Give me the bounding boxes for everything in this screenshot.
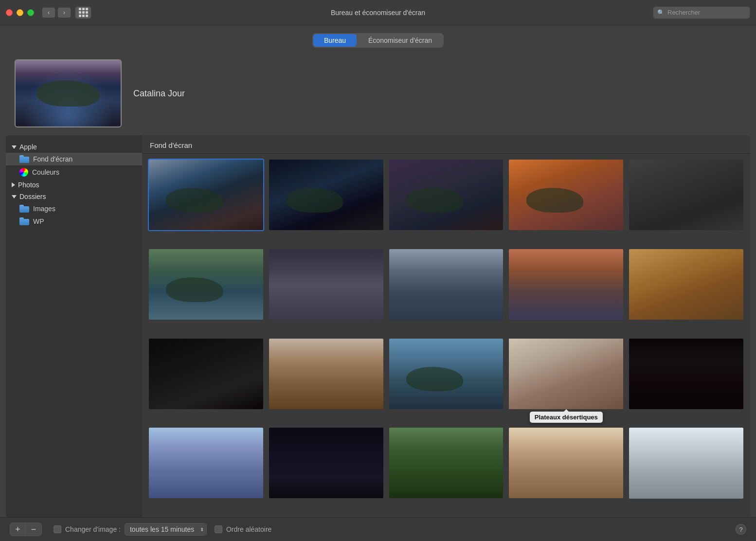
- sidebar-images-label: Images: [33, 205, 55, 213]
- tabs-container: Bureau Économiseur d'écran: [312, 33, 444, 48]
- sidebar-apple-label: Apple: [19, 143, 37, 151]
- wallpaper-image-rock-texture: [629, 160, 743, 230]
- tab-screensaver[interactable]: Économiseur d'écran: [358, 34, 443, 47]
- search-icon: 🔍: [657, 9, 665, 16]
- content-area: Apple Fond d'écran Couleurs Photos Dossi…: [0, 135, 756, 517]
- wallpaper-thumb-desert-plateau[interactable]: Plateaux désertiques: [508, 338, 624, 410]
- wallpaper-thumb-catalina-day[interactable]: [148, 159, 264, 231]
- add-button[interactable]: +: [10, 523, 26, 536]
- tooltip-desert-plateau: Plateaux désertiques: [530, 412, 603, 423]
- wallpaper-image-sunset-clouds: [509, 249, 623, 320]
- wallpaper-thumb-catalina-dusk[interactable]: [388, 159, 504, 231]
- sidebar-dossiers-label: Dossiers: [19, 193, 46, 200]
- sidebar-fond-ecran-label: Fond d'écran: [33, 155, 72, 163]
- tab-bureau[interactable]: Bureau: [313, 34, 357, 47]
- chevron-down-icon-2: [12, 195, 17, 198]
- preview-image: [16, 60, 121, 126]
- grid-view-button[interactable]: [75, 6, 91, 19]
- random-order-group: Ordre aléatoire: [215, 525, 271, 533]
- sidebar-group-apple[interactable]: Apple: [6, 141, 142, 153]
- interval-dropdown-wrapper: toutes les 15 minutes ⬍: [125, 523, 207, 536]
- wallpaper-thumb-sand-dunes[interactable]: [628, 248, 744, 321]
- search-bar[interactable]: 🔍 Rechercher: [653, 6, 750, 19]
- change-image-checkbox[interactable]: [54, 525, 61, 533]
- sidebar-couleurs-label: Couleurs: [32, 168, 59, 176]
- window-title: Bureau et économiseur d'écran: [331, 9, 425, 17]
- chevron-right-icon: [12, 182, 15, 187]
- wallpaper-image-city-night: [629, 339, 743, 409]
- forward-button[interactable]: ›: [57, 7, 71, 18]
- sidebar-item-couleurs[interactable]: Couleurs: [6, 165, 142, 179]
- wallpaper-thumb-snow-peak[interactable]: [628, 427, 744, 499]
- sidebar-item-wp[interactable]: WP: [6, 215, 142, 228]
- sidebar: Apple Fond d'écran Couleurs Photos Dossi…: [6, 135, 142, 517]
- preview-section: Catalina Jour: [0, 54, 756, 135]
- wallpaper-image-sand-dunes: [629, 249, 743, 320]
- wallpaper-image-trees: [389, 428, 504, 498]
- preview-name: Catalina Jour: [133, 89, 185, 99]
- back-button[interactable]: ‹: [42, 7, 55, 18]
- wallpaper-image-catalina-night: [269, 160, 383, 230]
- colors-icon: [19, 168, 28, 177]
- wallpaper-image-storm: [269, 249, 383, 320]
- folder-icon-wp: [19, 217, 29, 225]
- nav-buttons: ‹ ›: [42, 7, 71, 18]
- folder-icon-images: [19, 205, 29, 213]
- interval-dropdown[interactable]: toutes les 15 minutes: [125, 523, 207, 536]
- wallpaper-image-catalina-orange: [509, 160, 623, 230]
- random-order-label: Ordre aléatoire: [226, 525, 271, 533]
- wallpaper-thumb-light-sand[interactable]: [508, 427, 624, 499]
- wallpaper-image-ocean-clouds: [389, 249, 504, 320]
- change-image-group: Changer d'image : toutes les 15 minutes …: [54, 523, 207, 536]
- close-button[interactable]: [6, 9, 13, 16]
- wallpaper-thumb-catalina-night[interactable]: [268, 159, 384, 231]
- wallpaper-thumb-light-blue[interactable]: [148, 427, 264, 499]
- main-window: Bureau Économiseur d'écran Catalina Jour…: [0, 25, 756, 541]
- tabs-bar: Bureau Économiseur d'écran: [0, 25, 756, 54]
- bottom-bar: + − Changer d'image : toutes les 15 minu…: [0, 517, 756, 541]
- wallpaper-thumb-ocean-clouds[interactable]: [388, 248, 504, 321]
- traffic-lights: [6, 9, 34, 16]
- wallpaper-thumb-sunset-clouds[interactable]: [508, 248, 624, 321]
- wallpaper-thumb-coastal[interactable]: [148, 248, 264, 321]
- wallpaper-image-coastal: [149, 249, 263, 320]
- minimize-button[interactable]: [17, 9, 23, 16]
- titlebar: ‹ › Bureau et économiseur d'écran 🔍 Rech…: [0, 0, 756, 25]
- wallpaper-image-island-blue: [389, 339, 504, 409]
- remove-button[interactable]: −: [26, 523, 41, 536]
- sidebar-item-images[interactable]: Images: [6, 202, 142, 215]
- wallpaper-thumb-dark-water[interactable]: [268, 427, 384, 499]
- wallpaper-thumb-dark-dunes[interactable]: [148, 338, 264, 410]
- wallpaper-image-snow-peak: [629, 428, 743, 498]
- sidebar-item-fond-ecran[interactable]: Fond d'écran: [6, 153, 142, 165]
- wallpaper-thumb-storm[interactable]: [268, 248, 384, 321]
- wallpaper-thumb-catalina-orange[interactable]: [508, 159, 624, 231]
- random-order-checkbox[interactable]: [215, 525, 222, 533]
- add-remove-buttons: + −: [10, 523, 42, 536]
- wallpaper-image-light-sand: [509, 428, 623, 498]
- search-placeholder: Rechercher: [667, 9, 700, 16]
- wallpaper-thumb-rock-texture[interactable]: [628, 159, 744, 231]
- panel-title: Fond d'écran: [142, 135, 750, 154]
- maximize-button[interactable]: [27, 9, 34, 16]
- sidebar-group-photos[interactable]: Photos: [6, 179, 142, 191]
- wallpaper-image-dark-dunes: [149, 339, 263, 409]
- sidebar-photos-label: Photos: [18, 181, 39, 189]
- wallpaper-grid: Plateaux désertiques: [142, 154, 750, 517]
- help-button[interactable]: ?: [736, 524, 746, 535]
- wallpaper-image-catalina-day: [149, 160, 263, 230]
- sidebar-wp-label: WP: [33, 217, 44, 225]
- wallpaper-thumb-city-night[interactable]: [628, 338, 744, 410]
- wallpaper-thumb-tall-rock[interactable]: [268, 338, 384, 410]
- sidebar-group-dossiers[interactable]: Dossiers: [6, 191, 142, 202]
- grid-dots-icon: [79, 8, 88, 17]
- wallpaper-thumb-trees[interactable]: [388, 427, 504, 499]
- wallpaper-image-tall-rock: [269, 339, 383, 409]
- wallpaper-thumb-island-blue[interactable]: [388, 338, 504, 410]
- right-panel: Fond d'écran Plateaux désertiques: [142, 135, 750, 517]
- wallpaper-image-catalina-dusk: [389, 160, 504, 230]
- change-image-label: Changer d'image :: [65, 525, 121, 533]
- folder-icon: [19, 155, 29, 163]
- wallpaper-image-desert-plateau: [509, 339, 623, 409]
- wallpaper-image-light-blue: [149, 428, 263, 498]
